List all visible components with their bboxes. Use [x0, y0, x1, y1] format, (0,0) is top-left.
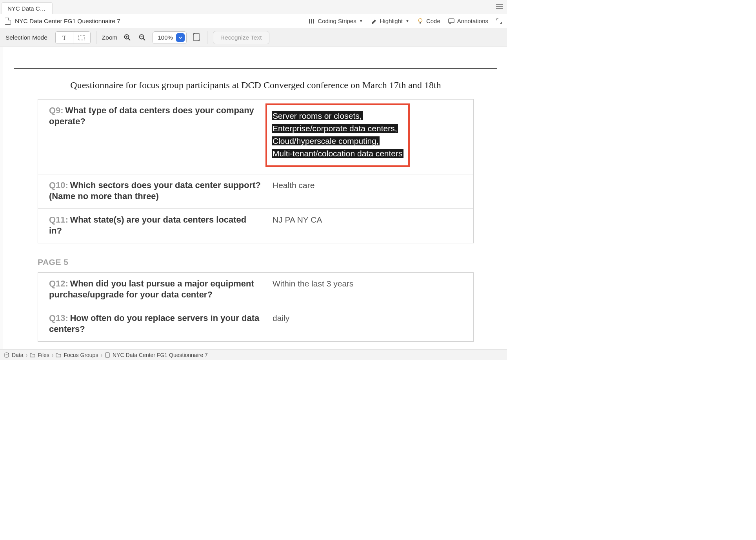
svg-rect-4 — [420, 22, 421, 24]
q9-answer-line: Cloud/hyperscale computing, — [272, 136, 380, 145]
annotations-button[interactable]: Annotations — [448, 18, 488, 24]
qa-row-q10: Q10: Which sectors does your data center… — [38, 174, 473, 209]
qa-row-q13: Q13: How often do you replace servers in… — [38, 307, 473, 341]
svg-rect-17 — [105, 353, 109, 357]
toolbar-divider — [207, 31, 207, 44]
q11-text: What state(s) are your data centers loca… — [49, 215, 246, 236]
zoom-caret-icon — [176, 33, 185, 42]
zoom-out-button[interactable] — [138, 33, 147, 42]
qa-row-q11: Q11: What state(s) are your data centers… — [38, 209, 473, 243]
qa-row-q9: Q9: What type of data centers does your … — [38, 100, 473, 174]
toolbar-divider — [96, 31, 96, 44]
svg-line-13 — [143, 38, 145, 40]
highlight-button[interactable]: Highlight ▼ — [371, 18, 409, 24]
svg-rect-15 — [194, 34, 199, 41]
zoom-value: 100% — [158, 34, 173, 41]
hamburger-menu-icon[interactable] — [496, 3, 503, 10]
breadcrumb-root[interactable]: Data — [12, 352, 24, 358]
qa-box-page5: Q12: When did you last pursue a major eq… — [38, 272, 474, 342]
coding-stripes-button[interactable]: Coding Stripes ▼ — [309, 18, 363, 24]
svg-point-16 — [5, 353, 9, 354]
recognize-text-button[interactable]: Recognize Text — [213, 31, 269, 44]
coding-stripes-icon — [309, 18, 315, 24]
database-icon — [4, 352, 9, 358]
coding-stripes-label: Coding Stripes — [318, 18, 356, 24]
document-header-row: NYC Data Center FG1 Questionnaire 7 Codi… — [0, 14, 507, 28]
breadcrumb-sep: › — [26, 352, 28, 358]
folder-icon — [56, 352, 61, 358]
pdf-file-icon — [5, 18, 11, 25]
breadcrumb-files[interactable]: Files — [38, 352, 49, 358]
expand-icon[interactable] — [496, 18, 502, 24]
q10-answer[interactable]: Health care — [273, 180, 314, 201]
q12-label: Q12: — [49, 279, 68, 288]
q11-answer[interactable]: NJ PA NY CA — [273, 214, 322, 236]
breadcrumb-folder[interactable]: Focus Groups — [64, 352, 98, 358]
selection-mode-label: Selection Mode — [5, 34, 47, 41]
lightbulb-icon — [417, 18, 423, 24]
document-viewport[interactable]: Questionnaire for focus group participan… — [0, 47, 507, 349]
breadcrumb-sep: › — [52, 352, 54, 358]
highlight-label: Highlight — [380, 18, 403, 24]
left-gutter — [0, 47, 3, 349]
page-content: Questionnaire for focus group participan… — [14, 68, 497, 349]
q13-answer[interactable]: daily — [273, 313, 289, 334]
qa-row-q12: Q12: When did you last pursue a major eq… — [38, 273, 473, 307]
svg-point-3 — [418, 18, 422, 22]
zoom-select[interactable]: 100% — [153, 31, 186, 44]
q9-label: Q9: — [49, 105, 64, 115]
breadcrumb: Data › Files › Focus Groups › NYC Data C… — [0, 349, 507, 360]
q10-label: Q10: — [49, 180, 68, 190]
folder-icon — [30, 352, 35, 358]
q12-answer[interactable]: Within the last 3 years — [273, 278, 354, 300]
questionnaire-heading: Questionnaire for focus group participan… — [30, 80, 482, 91]
q13-text: How often do you replace servers in your… — [49, 313, 259, 334]
fit-page-button[interactable] — [192, 33, 202, 42]
svg-rect-2 — [313, 19, 314, 24]
qa-box-page4: Q9: What type of data centers does your … — [38, 99, 474, 243]
svg-rect-7 — [78, 35, 85, 40]
q9-answer-line: Enterprise/corporate data centers, — [272, 124, 398, 133]
q13-label: Q13: — [49, 313, 68, 323]
q9-text: What type of data centers does your comp… — [49, 105, 254, 126]
region-select-mode[interactable] — [73, 32, 90, 43]
text-select-mode[interactable]: T — [56, 32, 73, 43]
document-tab[interactable]: NYC Data Ce... — [2, 2, 53, 14]
annotation-icon — [448, 18, 454, 24]
code-label: Code — [426, 18, 440, 24]
code-button[interactable]: Code — [417, 18, 440, 24]
breadcrumb-sep: › — [100, 352, 102, 358]
highlighter-icon — [371, 18, 377, 24]
svg-line-9 — [128, 38, 130, 40]
pdf-file-icon — [105, 352, 110, 358]
q9-answer[interactable]: Server rooms or closets, Enterprise/corp… — [273, 105, 410, 167]
selection-highlight-box: Server rooms or closets, Enterprise/corp… — [265, 103, 410, 167]
tab-bar: NYC Data Ce... — [0, 0, 507, 14]
q12-text: When did you last pursue a major equipme… — [49, 279, 254, 299]
selection-mode-group: T — [55, 31, 91, 44]
svg-text:T: T — [62, 34, 66, 41]
q9-answer-line: Multi-tenant/colocation data centers — [272, 149, 403, 158]
document-title: NYC Data Center FG1 Questionnaire 7 — [15, 18, 120, 25]
q9-answer-line: Server rooms or closets, — [272, 111, 363, 120]
zoom-in-button[interactable] — [123, 33, 132, 42]
svg-rect-0 — [309, 19, 310, 24]
annotations-label: Annotations — [457, 18, 488, 24]
q11-label: Q11: — [49, 215, 68, 225]
caret-down-icon: ▼ — [405, 19, 409, 23]
svg-rect-5 — [449, 19, 454, 23]
zoom-label: Zoom — [102, 34, 118, 41]
page-5-label: PAGE 5 — [38, 257, 474, 267]
caret-down-icon: ▼ — [359, 19, 363, 23]
breadcrumb-file[interactable]: NYC Data Center FG1 Questionnaire 7 — [113, 352, 208, 358]
q10-text: Which sectors does your data center supp… — [49, 180, 261, 201]
toolbar: Selection Mode T Zoom 100% Recognize Tex… — [0, 28, 507, 47]
svg-rect-1 — [311, 19, 312, 24]
right-tools: Coding Stripes ▼ Highlight ▼ Code Annota… — [309, 18, 502, 24]
